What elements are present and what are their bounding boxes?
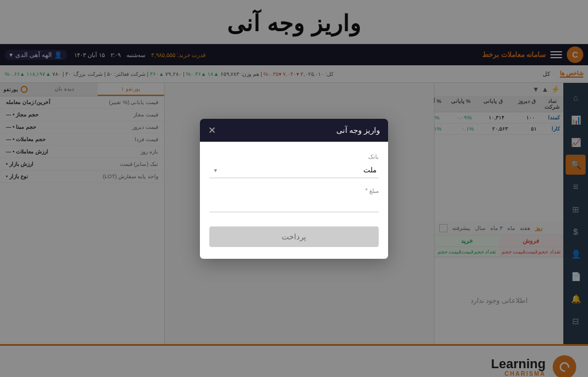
- modal-title: واریز وجه آنی: [336, 126, 380, 135]
- pay-button[interactable]: پرداخت: [209, 226, 379, 247]
- modal-close-button[interactable]: ✕: [208, 125, 216, 136]
- amount-input[interactable]: [209, 196, 379, 212]
- amount-form-group: مبلغ *: [209, 188, 379, 212]
- modal-header: واریز وجه آنی ✕: [200, 119, 388, 142]
- modal-body: بانک ملت ملی صادرات پارسیان ▾ مبلغ * پرد…: [200, 142, 388, 259]
- bank-select[interactable]: ملت ملی صادرات پارسیان: [209, 162, 379, 178]
- bank-form-group: بانک ملت ملی صادرات پارسیان ▾: [209, 154, 379, 178]
- modal-overlay: واریز وجه آنی ✕ بانک ملت ملی صادرات پارس…: [0, 0, 588, 377]
- amount-label: مبلغ *: [209, 188, 379, 194]
- bank-select-wrapper: ملت ملی صادرات پارسیان ▾: [209, 162, 379, 178]
- bank-label: بانک: [209, 154, 379, 160]
- modal-deposit: واریز وجه آنی ✕ بانک ملت ملی صادرات پارس…: [200, 119, 388, 259]
